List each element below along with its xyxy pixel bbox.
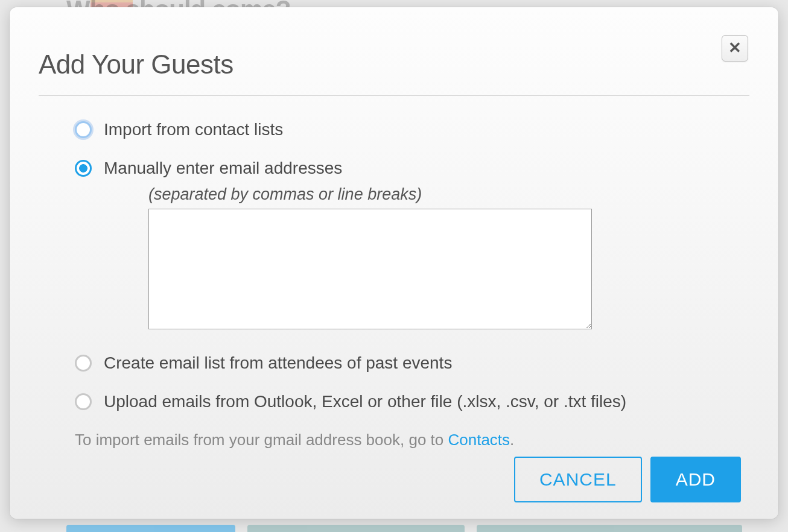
option-label-upload: Upload emails from Outlook, Excel or oth… (104, 392, 626, 411)
contacts-link[interactable]: Contacts (448, 431, 510, 449)
option-upload-file[interactable]: Upload emails from Outlook, Excel or oth… (75, 392, 749, 411)
option-label-manual: Manually enter email addresses (104, 159, 342, 178)
close-button[interactable]: ✕ (722, 35, 748, 62)
email-addresses-textarea[interactable] (148, 209, 592, 329)
radio-past-events[interactable] (75, 355, 92, 372)
radio-upload-file[interactable] (75, 393, 92, 410)
radio-manual-entry[interactable] (75, 160, 92, 177)
option-manual-entry[interactable]: Manually enter email addresses (75, 159, 749, 178)
add-button[interactable]: ADD (650, 457, 741, 502)
gmail-import-note: To import emails from your gmail address… (75, 431, 749, 449)
option-label-import: Import from contact lists (104, 120, 283, 139)
gmail-note-suffix: . (510, 431, 514, 449)
close-icon: ✕ (728, 39, 742, 57)
radio-import-contacts[interactable] (75, 121, 92, 138)
gmail-note-prefix: To import emails from your gmail address… (75, 431, 448, 449)
bg-progress-bars (66, 525, 776, 532)
modal-title: Add Your Guests (39, 49, 749, 80)
modal-button-row: CANCEL ADD (75, 457, 749, 502)
add-guests-modal: ✕ Add Your Guests Import from contact li… (10, 7, 778, 519)
guest-source-options: Import from contact lists Manually enter… (39, 120, 749, 502)
manual-entry-hint: (separated by commas or line breaks) (148, 185, 749, 204)
header-divider (39, 95, 749, 96)
option-import-contacts[interactable]: Import from contact lists (75, 120, 749, 139)
cancel-button[interactable]: CANCEL (514, 457, 642, 502)
option-past-events[interactable]: Create email list from attendees of past… (75, 353, 749, 373)
option-label-past-events: Create email list from attendees of past… (104, 353, 452, 373)
